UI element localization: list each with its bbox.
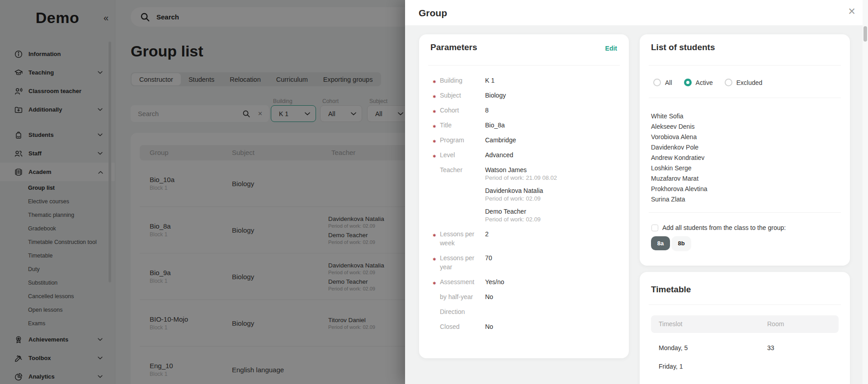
parameter-value: Cambridge (485, 136, 620, 145)
parameters-list: ✱BuildingK 1✱SubjectBiology✱Cohort8✱Titl… (440, 76, 620, 337)
parameter-values: No (485, 322, 620, 331)
student-name[interactable]: Loshkin Serge (651, 163, 708, 173)
class-button-8a[interactable]: 8a (651, 236, 670, 250)
student-name[interactable]: Davidenkov Pole (651, 142, 708, 153)
class-button-8b[interactable]: 8b (672, 236, 691, 250)
divider (649, 98, 841, 98)
parameter-label: ✱Assessment (440, 277, 485, 286)
parameter-row-direction: Direction (440, 307, 620, 316)
required-asterisk: ✱ (433, 122, 436, 131)
parameter-row-assessment: ✱AssessmentYes/no (440, 277, 620, 286)
add-all-label: Add all students from the class to the g… (662, 224, 786, 231)
drawer-scrollbar[interactable] (863, 0, 868, 384)
parameter-values: Yes/no (485, 277, 620, 286)
students-title: List of students (651, 42, 715, 52)
add-all-students-row: Add all students from the class to the g… (651, 224, 786, 231)
parameter-row-by-half-year: by half-yearNo (440, 292, 620, 301)
student-name[interactable]: Surina Zlata (651, 194, 708, 205)
student-name[interactable]: Prokhorova Alevtina (651, 184, 708, 194)
drawer-title: Group (419, 8, 447, 19)
students-filter-radios: AllActiveExcluded (653, 79, 762, 86)
student-name[interactable]: Alekseev Denis (651, 122, 708, 132)
drawer-header: Group × (405, 0, 868, 25)
parameter-value: 8 (485, 106, 620, 115)
add-all-checkbox[interactable] (651, 225, 658, 231)
parameter-label: ✱Program (440, 136, 485, 145)
required-asterisk: ✱ (433, 279, 436, 288)
parameter-values: 70 (485, 253, 620, 272)
parameter-value: 70 (485, 253, 620, 262)
parameter-label: Closed (440, 322, 485, 331)
parameter-values: Biology (485, 91, 620, 100)
app-root: Demo « InformationTeachingClassroom teac… (0, 0, 868, 384)
parameter-values: K 1 (485, 76, 620, 85)
timetable-header: Timeslot Room (651, 315, 839, 333)
parameter-value: No (485, 292, 620, 301)
divider (649, 212, 841, 213)
divider (428, 65, 620, 66)
radio-selected-icon[interactable] (684, 79, 692, 86)
parameter-label: ✱Level (440, 150, 485, 159)
group-drawer: Group × Parameters Edit ✱BuildingK 1✱Sub… (405, 0, 868, 384)
required-asterisk: ✱ (433, 231, 436, 240)
student-name[interactable]: White Sofia (651, 111, 708, 122)
radio-active[interactable]: Active (684, 79, 713, 86)
parameter-label: ✱Lessons per week (440, 229, 485, 248)
student-name[interactable]: Andrew Kondratiev (651, 153, 708, 163)
parameter-value: Watson James (485, 165, 620, 174)
required-asterisk: ✱ (433, 92, 436, 101)
parameter-values: 8 (485, 106, 620, 115)
parameter-row-lessons-per-year: ✱Lessons per year70 (440, 253, 620, 272)
student-name[interactable]: Muzafarov Marat (651, 173, 708, 184)
radio-icon[interactable] (653, 79, 661, 86)
edit-parameters-button[interactable]: Edit (605, 45, 617, 52)
room-value: 33 (767, 344, 774, 351)
parameter-label: ✱Cohort (440, 106, 485, 115)
parameter-value: Advanced (485, 150, 620, 159)
student-name[interactable]: Vorobiova Alena (651, 132, 708, 142)
parameters-title: Parameters (430, 42, 477, 52)
parameter-label: ✱Title (440, 121, 485, 130)
radio-label: Active (696, 79, 713, 86)
parameter-values: Watson JamesPeriod of work: 21.09 08.02D… (485, 165, 620, 223)
timetable-body: Monday, 533Friday, 1 (651, 339, 839, 376)
class-buttons: 8a8b (651, 236, 691, 250)
scrollbar-thumb[interactable] (863, 26, 867, 42)
timetable-row[interactable]: Monday, 533 (651, 339, 839, 358)
parameter-row-building: ✱BuildingK 1 (440, 76, 620, 85)
parameter-row-closed: ClosedNo (440, 322, 620, 331)
required-asterisk: ✱ (433, 152, 436, 161)
radio-icon[interactable] (725, 79, 732, 86)
radio-all[interactable]: All (653, 79, 672, 86)
timetable-card: Timetable Timeslot Room Monday, 533Frida… (640, 272, 850, 384)
parameter-row-subject: ✱SubjectBiology (440, 91, 620, 100)
parameter-row-lessons-per-week: ✱Lessons per week2 (440, 229, 620, 248)
parameter-row-title: ✱TitleBio_8a (440, 121, 620, 130)
parameter-values: No (485, 292, 620, 301)
column-header-room: Room (767, 320, 784, 328)
required-asterisk: ✱ (433, 255, 436, 264)
parameter-value: K 1 (485, 76, 620, 85)
parameter-label: ✱Building (440, 76, 485, 85)
students-list: White SofiaAlekseev DenisVorobiova Alena… (651, 111, 708, 205)
radio-label: All (665, 79, 672, 86)
parameter-label: ✱Lessons per year (440, 253, 485, 272)
parameter-label: ✱Subject (440, 91, 485, 100)
parameter-values (485, 307, 620, 316)
parameter-value-sub: Period of work: 02.09 (485, 195, 620, 202)
parameter-value: Biology (485, 91, 620, 100)
close-icon[interactable]: × (848, 5, 855, 18)
required-asterisk: ✱ (433, 77, 436, 86)
parameters-card: Parameters Edit ✱BuildingK 1✱SubjectBiol… (419, 34, 629, 358)
parameter-row-program: ✱ProgramCambridge (440, 136, 620, 145)
parameter-value-sub: Period of work: 02.09 (485, 216, 620, 223)
parameter-values: Advanced (485, 150, 620, 159)
radio-excluded[interactable]: Excluded (725, 79, 763, 86)
parameter-values: Bio_8a (485, 121, 620, 130)
parameter-row-teacher: TeacherWatson JamesPeriod of work: 21.09… (440, 165, 620, 223)
parameter-values: Cambridge (485, 136, 620, 145)
timetable-row[interactable]: Friday, 1 (651, 358, 839, 376)
parameter-label: Teacher (440, 165, 485, 223)
parameter-row-level: ✱LevelAdvanced (440, 150, 620, 159)
parameter-value: Demo Teacher (485, 207, 620, 216)
